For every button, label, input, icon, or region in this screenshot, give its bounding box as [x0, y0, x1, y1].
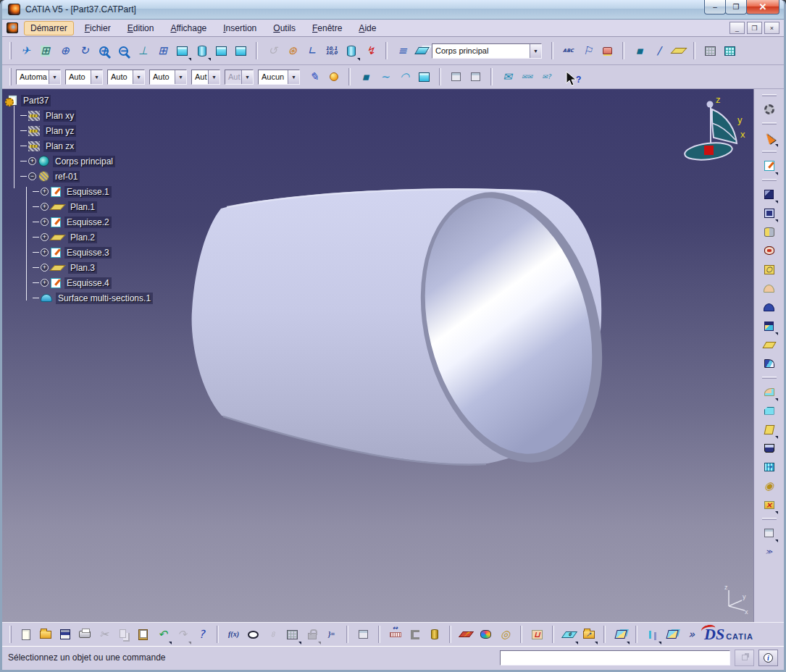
line-button[interactable]: /	[649, 41, 669, 61]
surface-patch-button[interactable]: ◠	[395, 67, 414, 87]
tree-node-label[interactable]: Esquisse.4	[64, 277, 112, 289]
tree-expander[interactable]: +	[41, 264, 49, 272]
minimize-button[interactable]: –	[704, 0, 726, 14]
more-tools-button[interactable]: ≫	[760, 542, 779, 561]
edge-fillet-button[interactable]	[760, 382, 779, 401]
dropdown-corner-icon[interactable]	[188, 58, 191, 61]
shell-button[interactable]	[760, 439, 779, 458]
chamfer-button[interactable]	[760, 401, 779, 420]
open-button[interactable]	[35, 625, 55, 644]
mail-whats-this-button[interactable]: ✉?	[537, 67, 556, 87]
tree-node-label[interactable]: Esquisse.2	[64, 217, 112, 228]
remove-face-button[interactable]: ×	[760, 495, 779, 514]
tree-node-corps-principal[interactable]: +Corps principal	[8, 154, 153, 169]
dropdown-corner-icon[interactable]	[775, 172, 778, 175]
mdi-restore-button[interactable]: ❐	[747, 22, 762, 34]
chevron-down-icon[interactable]: ▼	[91, 70, 102, 84]
dropdown-corner-icon[interactable]	[298, 642, 301, 644]
filter-combo-1[interactable]: Auto▼	[65, 70, 103, 85]
send-multi-mail-button[interactable]: ✉✉	[517, 67, 537, 87]
print-button[interactable]	[75, 625, 94, 644]
filter-combo-3[interactable]: Auto▼	[149, 70, 187, 85]
tree-node-label[interactable]: Surface multi-sections.1	[56, 293, 153, 304]
tree-node-esquisse-2[interactable]: +Esquisse.2	[8, 214, 153, 230]
tree-expander[interactable]: +	[41, 248, 49, 256]
render-style-button[interactable]	[192, 41, 212, 61]
multi-sections-solid-button[interactable]	[760, 354, 779, 373]
design-table-button[interactable]	[283, 625, 302, 644]
compass-center-handle[interactable]	[704, 146, 714, 155]
tree-expander[interactable]: −	[28, 172, 36, 180]
pad-button[interactable]	[760, 185, 779, 203]
update-all-button[interactable]: ↯	[361, 41, 380, 61]
menu-item-edition[interactable]: Edition	[122, 21, 160, 35]
tree-node-plan-3[interactable]: +Plan.3	[8, 260, 153, 275]
catalog-browser-button[interactable]	[354, 625, 373, 644]
dropdown-corner-icon[interactable]	[575, 642, 578, 644]
layers-button[interactable]	[412, 41, 432, 61]
dropdown-corner-icon[interactable]	[775, 511, 778, 514]
comment-button[interactable]	[243, 625, 263, 644]
viewport-3d[interactable]: Part37Plan xyPlan yzPlan zx+Corps princi…	[2, 89, 784, 622]
dropdown-corner-icon[interactable]	[318, 642, 321, 644]
dropdown-corner-icon[interactable]	[627, 642, 630, 644]
cut-button[interactable]: ✂	[94, 625, 114, 644]
menu-item-aide[interactable]: Aide	[353, 21, 382, 35]
tree-node-label[interactable]: Esquisse.3	[64, 247, 112, 259]
thread-analysis-button[interactable]: ◎	[496, 625, 515, 644]
slot-button[interactable]	[760, 298, 779, 316]
mean-dimensions-button[interactable]: 10,1 10,0	[322, 41, 341, 61]
stamp-button[interactable]	[598, 41, 617, 61]
menu-item-demarrer[interactable]: Démarrer	[24, 21, 74, 35]
dropdown-corner-icon[interactable]	[595, 642, 598, 644]
menu-item-fenetre[interactable]: Fenêtre	[306, 21, 348, 35]
fit-all-button[interactable]: ⊞	[35, 41, 55, 61]
expand-input-button[interactable]	[735, 650, 754, 666]
solid-combine-button[interactable]	[760, 316, 779, 335]
specifications-list-button[interactable]: ≡	[393, 41, 412, 61]
graphic-properties-wizard-button[interactable]: ✎	[304, 67, 324, 87]
scaling-cylinder-button[interactable]	[341, 41, 361, 61]
tree-node-esquisse-4[interactable]: +Esquisse.4	[8, 275, 153, 290]
zoom-out-button[interactable]: −	[114, 41, 133, 61]
rib-button[interactable]	[760, 279, 779, 298]
dropdown-corner-icon[interactable]	[188, 642, 191, 644]
toolbar-grip[interactable]	[9, 626, 12, 643]
copy-button[interactable]	[114, 625, 133, 644]
pan-button[interactable]: ⊕	[55, 41, 75, 61]
power-input-field[interactable]	[500, 650, 730, 665]
chevron-down-icon[interactable]: ▼	[49, 70, 60, 84]
new-button[interactable]	[16, 625, 35, 644]
toolbar-overflow-button[interactable]: »	[682, 625, 701, 644]
measure-inertia-button[interactable]	[425, 625, 444, 644]
lock-button[interactable]	[302, 625, 322, 644]
tree-node-label[interactable]: Part37	[21, 95, 51, 106]
toolbar-grip[interactable]	[762, 94, 777, 96]
text-with-leader-button[interactable]: ABC	[559, 41, 578, 61]
look-at-view-button[interactable]	[231, 41, 251, 61]
chevron-down-icon[interactable]: ▼	[530, 44, 541, 58]
tree-node-label[interactable]: ref-01	[53, 171, 80, 182]
tools-palette-button[interactable]	[760, 100, 779, 119]
frame-table-button[interactable]	[720, 41, 740, 61]
tree-node-label[interactable]: Esquisse.1	[64, 186, 112, 198]
tree-node-esquisse-1[interactable]: +Esquisse.1	[8, 184, 153, 199]
mdi-minimize-button[interactable]: _	[729, 22, 745, 34]
toolbar-grip[interactable]	[9, 68, 12, 85]
thickness-button[interactable]: →	[760, 458, 779, 476]
tree-expander[interactable]: +	[28, 157, 36, 165]
measure-between-button[interactable]	[385, 625, 405, 644]
curvature-analysis-button[interactable]	[476, 625, 496, 644]
properties-painter-button[interactable]	[324, 67, 343, 87]
paste-button[interactable]	[133, 625, 153, 644]
save-button[interactable]	[55, 625, 75, 644]
tree-node-plan-zx[interactable]: Plan zx	[8, 138, 153, 154]
draft-analysis-button[interactable]: ↑	[456, 625, 476, 644]
toolbar-grip[interactable]	[762, 377, 777, 379]
filter-combo-0[interactable]: Automa▼	[16, 70, 61, 85]
dropdown-corner-icon[interactable]	[357, 58, 360, 61]
dropdown-corner-icon[interactable]	[659, 642, 661, 644]
tree-node-esquisse-3[interactable]: +Esquisse.3	[8, 245, 153, 260]
groove-button[interactable]	[760, 241, 779, 260]
dropdown-corner-icon[interactable]	[775, 144, 778, 147]
